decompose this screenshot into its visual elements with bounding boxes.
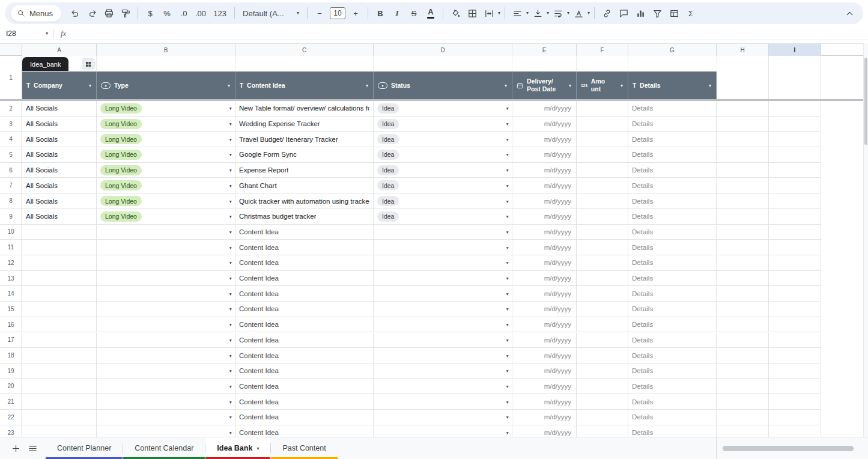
text-rotation-button[interactable] — [571, 5, 586, 21]
chevron-down-icon[interactable]: ▾ — [569, 83, 571, 88]
cell-dropdown-icon[interactable]: ▼ — [506, 153, 509, 157]
cell-E18[interactable]: m/d/yyyy — [512, 348, 577, 363]
row-header-1[interactable]: 1 — [0, 56, 22, 99]
cell-H4[interactable] — [717, 132, 769, 147]
cell-H7[interactable] — [717, 178, 769, 193]
cell-F16[interactable] — [577, 317, 628, 332]
strikethrough-button[interactable]: S — [406, 5, 422, 21]
column-header-I[interactable]: I — [769, 44, 821, 56]
row-header-19[interactable]: 19 — [0, 363, 22, 378]
type-chip[interactable]: Long Video — [100, 165, 142, 175]
menus-search-button[interactable]: Menus — [11, 5, 61, 22]
table-header-details[interactable]: TDetails▾ — [628, 71, 717, 99]
cell-G22[interactable]: Details — [628, 410, 717, 425]
cell-F17[interactable] — [577, 333, 628, 348]
cell-G7[interactable]: Details — [628, 178, 717, 193]
cell-dropdown-icon[interactable]: ▼ — [506, 214, 509, 219]
cell-C14[interactable]: Content Idea — [235, 286, 374, 301]
cell-B11[interactable]: ▼ — [97, 240, 235, 255]
cell-G3[interactable]: Details — [628, 117, 717, 132]
table-grid-button[interactable] — [82, 58, 95, 70]
cell-C21[interactable]: Content Idea — [235, 394, 374, 409]
cell-G15[interactable]: Details — [628, 302, 717, 317]
row-header-4[interactable]: 4 — [0, 132, 22, 147]
format-percent-button[interactable]: % — [159, 5, 175, 21]
all-sheets-button[interactable] — [24, 440, 41, 457]
cell-H11[interactable] — [717, 240, 769, 255]
cell-G2[interactable]: Details — [628, 101, 717, 116]
cell-D20[interactable]: ▼ — [374, 379, 512, 394]
cell-A11[interactable] — [22, 240, 97, 255]
cell-E8[interactable]: m/d/yyyy — [512, 193, 577, 208]
fill-color-button[interactable] — [448, 5, 463, 21]
cell-B8[interactable]: Long Video▼ — [97, 193, 235, 208]
type-chip[interactable]: Long Video — [100, 119, 142, 129]
cell-dropdown-icon[interactable]: ▼ — [506, 168, 509, 172]
select-all-corner[interactable] — [0, 43, 22, 56]
chevron-down-icon[interactable]: ▾ — [256, 446, 259, 451]
frozen-row-divider[interactable] — [0, 99, 863, 101]
cell-A3[interactable]: All Socials — [22, 117, 97, 132]
cell-I4[interactable] — [769, 132, 821, 147]
type-chip[interactable]: Long Video — [100, 180, 142, 190]
vertical-align-button[interactable] — [530, 5, 545, 21]
status-chip[interactable]: Idea — [377, 196, 399, 206]
cell-D9[interactable]: Idea▼ — [374, 209, 512, 224]
cell-A22[interactable] — [22, 410, 97, 425]
cell-F12[interactable] — [577, 255, 628, 270]
cell-A16[interactable] — [22, 317, 97, 332]
cell-F18[interactable] — [577, 348, 628, 363]
cell-F10[interactable] — [577, 225, 628, 240]
cell-B17[interactable]: ▼ — [97, 333, 235, 348]
cell-E13[interactable]: m/d/yyyy — [512, 271, 577, 286]
cell-A8[interactable]: All Socials — [22, 193, 97, 208]
cell-C2[interactable]: New Table format/ overview/ calculations… — [235, 101, 374, 116]
cell-H14[interactable] — [717, 286, 769, 301]
increase-decimal-button[interactable]: .00 — [193, 5, 208, 21]
cell-dropdown-icon[interactable]: ▼ — [506, 122, 509, 126]
cell-E11[interactable]: m/d/yyyy — [512, 240, 577, 255]
row-header-22[interactable]: 22 — [0, 410, 22, 425]
cell-G8[interactable]: Details — [628, 193, 717, 208]
cell-dropdown-icon[interactable]: ▼ — [229, 353, 232, 357]
cell-D2[interactable]: Idea▼ — [374, 101, 512, 116]
cell-E14[interactable]: m/d/yyyy — [512, 286, 577, 301]
chevron-down-icon[interactable]: ▾ — [366, 83, 368, 88]
cell-dropdown-icon[interactable]: ▼ — [506, 415, 509, 419]
status-chip[interactable]: Idea — [377, 150, 399, 160]
cell-I9[interactable] — [769, 209, 821, 224]
cell-B16[interactable]: ▼ — [97, 317, 235, 332]
cell-dropdown-icon[interactable]: ▼ — [229, 245, 232, 249]
row-header-18[interactable]: 18 — [0, 348, 22, 363]
cell-dropdown-icon[interactable]: ▼ — [506, 276, 509, 281]
cell-E9[interactable]: m/d/yyyy — [512, 209, 577, 224]
cell-A10[interactable] — [22, 225, 97, 240]
cell-I16[interactable] — [769, 317, 821, 332]
chevron-down-icon[interactable]: ▾ — [526, 11, 529, 16]
cell-G5[interactable]: Details — [628, 147, 717, 162]
cell-I20[interactable] — [769, 379, 821, 394]
cell-E4[interactable]: m/d/yyyy — [512, 132, 577, 147]
cell-D7[interactable]: Idea▼ — [374, 178, 512, 193]
chevron-down-icon[interactable]: ▾ — [567, 11, 569, 16]
cell-E10[interactable]: m/d/yyyy — [512, 225, 577, 240]
row-header-10[interactable]: 10 — [0, 225, 22, 240]
status-chip[interactable]: Idea — [377, 211, 399, 222]
text-color-button[interactable]: A — [423, 5, 439, 21]
cell-I8[interactable] — [769, 193, 821, 208]
cell-A18[interactable] — [22, 348, 97, 363]
cell-dropdown-icon[interactable]: ▼ — [506, 369, 509, 373]
cell-D6[interactable]: Idea▼ — [374, 163, 512, 178]
format-currency-button[interactable]: $ — [142, 5, 158, 21]
row-header-23[interactable]: 23 — [0, 425, 22, 437]
column-header-E[interactable]: E — [512, 44, 577, 56]
cell-E19[interactable]: m/d/yyyy — [512, 363, 577, 378]
cell-E2[interactable]: m/d/yyyy — [512, 101, 577, 116]
cell-H17[interactable] — [717, 333, 769, 348]
cell-D3[interactable]: Idea▼ — [374, 117, 512, 132]
cell-G10[interactable]: Details — [628, 225, 717, 240]
table-name-chip[interactable]: Idea_bank — [22, 57, 68, 71]
cell-A4[interactable]: All Socials — [22, 132, 97, 147]
row-header-9[interactable]: 9 — [0, 209, 22, 224]
cell-dropdown-icon[interactable]: ▼ — [506, 338, 509, 342]
